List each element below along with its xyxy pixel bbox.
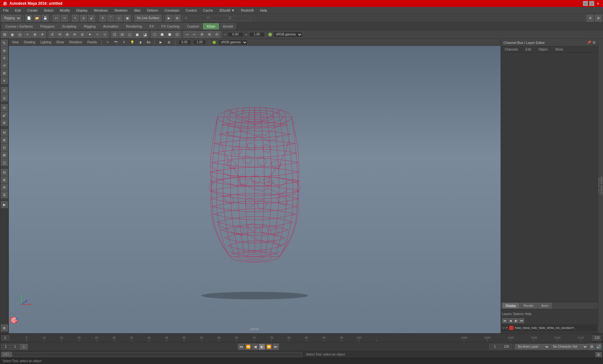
cb-tab-channels[interactable]: Channels: [502, 47, 520, 52]
timeline[interactable]: 5 10 15 20 25 30 35 40 45 50 5: [0, 333, 603, 342]
vp-grid-btn[interactable]: #: [121, 40, 127, 45]
layers-help-label[interactable]: Help: [525, 312, 531, 316]
snap-surface-btn[interactable]: ▣: [124, 15, 131, 22]
layout-btn[interactable]: ⊟: [1, 129, 8, 136]
ctx-icon-9[interactable]: ⊗: [64, 31, 71, 38]
layers-options-label[interactable]: Options: [513, 312, 524, 316]
menu-modify[interactable]: Modify: [58, 8, 71, 13]
quad-btn[interactable]: ⊞: [1, 136, 8, 143]
vph-shading[interactable]: Shading: [23, 40, 37, 45]
paint-select-btn[interactable]: ⊛: [1, 47, 8, 54]
layer-last-btn[interactable]: ⏭: [519, 318, 524, 323]
layer-first-btn[interactable]: ⏮: [502, 318, 507, 323]
vp-aa-btn[interactable]: Aa: [146, 40, 151, 45]
menu-display[interactable]: Display: [75, 8, 89, 13]
goto-start-btn[interactable]: ⏮: [238, 344, 244, 350]
menu-skin[interactable]: Skin: [133, 8, 142, 13]
tab-rigging[interactable]: Rigging: [80, 23, 99, 29]
snap-grid-btn[interactable]: #: [99, 15, 106, 22]
tab-custom[interactable]: Custom: [184, 23, 203, 29]
render-btn[interactable]: ▶: [166, 15, 172, 22]
last-used-btn[interactable]: ✕: [1, 77, 8, 84]
char-set-dropdown[interactable]: No Character Set: [550, 344, 588, 350]
ctx-icon-24[interactable]: ⤻: [183, 31, 190, 38]
minimize-button[interactable]: ─: [583, 1, 588, 6]
vp-gamma-select[interactable]: sRGB gamma: [218, 40, 247, 45]
ctx-icon-5[interactable]: ⊕: [31, 31, 38, 38]
vp-value-input2[interactable]: [193, 40, 206, 45]
rp-tab-anim[interactable]: Anim: [538, 303, 552, 308]
attr-editor-btn[interactable]: ⊞: [1, 176, 8, 183]
ctx-icon-6[interactable]: ✛: [39, 31, 46, 38]
select-tool-btn[interactable]: ↖: [72, 15, 79, 22]
vp-render-btn[interactable]: ▶: [158, 40, 164, 45]
ctx-icon-28[interactable]: ⟳: [214, 31, 220, 38]
menu-help[interactable]: Help: [259, 8, 269, 13]
menu-3dttoall[interactable]: 3DtoAll ▼: [218, 8, 236, 13]
timeline-end-display[interactable]: [592, 335, 602, 341]
vph-renderer[interactable]: Renderer: [68, 40, 84, 45]
tool-settings-label[interactable]: Tool Settings: [598, 175, 600, 197]
rp-tab-render[interactable]: Render: [520, 303, 537, 308]
cb-expand-btn[interactable]: ⊞: [593, 40, 595, 45]
ctx-icon-8[interactable]: ⟲: [56, 31, 63, 38]
step-back-btn[interactable]: ⏪: [245, 344, 251, 350]
undo-btn[interactable]: ↩: [53, 15, 60, 22]
close-button[interactable]: ✕: [595, 1, 600, 6]
vph-panels[interactable]: Panels: [86, 40, 98, 45]
ipr-btn[interactable]: ⊞: [174, 15, 181, 22]
vph-lighting[interactable]: Lighting: [39, 40, 52, 45]
live-surface-btn[interactable]: No Live Surface: [135, 15, 161, 22]
ctx-icon-14[interactable]: ✩: [101, 31, 108, 38]
range-end-input[interactable]: [501, 344, 512, 350]
workspace-dropdown[interactable]: Rigging: [1, 15, 21, 22]
paint-btn[interactable]: 🖌: [88, 15, 95, 22]
ctx-icon-12[interactable]: ✦: [86, 31, 93, 38]
tab-polygons[interactable]: Polygons: [37, 23, 58, 29]
ctx-icon-21[interactable]: ⬢: [159, 31, 166, 38]
menu-control[interactable]: Control: [184, 8, 198, 13]
ctx-icon-10[interactable]: ⟳: [71, 31, 78, 38]
menu-deform[interactable]: Deform: [146, 8, 160, 13]
viewport[interactable]: View Shading Lighting Show Renderer Pane…: [9, 39, 501, 333]
ctx-icon-23[interactable]: ⌬: [174, 31, 181, 38]
menu-skeleton[interactable]: Skeleton: [113, 8, 129, 13]
play-back-btn[interactable]: ◀: [252, 344, 258, 350]
lasso-select-btn[interactable]: ⊝: [1, 104, 8, 111]
range-slider-handle[interactable]: [513, 344, 514, 350]
save-file-btn[interactable]: 💾: [42, 15, 49, 22]
tab-fx[interactable]: FX: [146, 23, 157, 29]
anim-layer-dropdown[interactable]: No Anim Layer: [515, 344, 550, 350]
ctx-icon-17[interactable]: ◻: [126, 31, 133, 38]
front-btn[interactable]: ◫: [1, 159, 8, 166]
top-btn[interactable]: ⊠: [1, 152, 8, 158]
tab-xgen[interactable]: XGen: [203, 23, 219, 29]
mel-input[interactable]: [14, 352, 302, 357]
x-input[interactable]: [187, 16, 206, 21]
ctx-icon-7[interactable]: ↺: [49, 31, 56, 38]
anim-settings-btn[interactable]: ⚙: [589, 344, 595, 350]
play-forward-btn[interactable]: ▶: [259, 344, 265, 350]
y-input[interactable]: [210, 16, 229, 21]
vp-shadows-btn[interactable]: ◑: [138, 40, 143, 45]
ctx-icon-16[interactable]: ⊟: [119, 31, 126, 38]
layer-prev-btn[interactable]: ◀: [508, 318, 513, 323]
range-start-input[interactable]: [489, 344, 500, 350]
tab-rendering[interactable]: Rendering: [122, 23, 145, 29]
step-forward-btn[interactable]: ⏩: [266, 344, 272, 350]
settings-btn[interactable]: ⚙: [587, 15, 594, 22]
ctx-icon-15[interactable]: ⊡: [111, 31, 118, 38]
show-manip-btn[interactable]: ◎: [1, 94, 8, 101]
field-input-1[interactable]: [228, 32, 243, 37]
ctx-icon-18[interactable]: ◼: [134, 31, 141, 38]
menu-cache[interactable]: Cache: [202, 8, 214, 13]
tab-curves-surfaces[interactable]: Curves / Surfaces: [2, 23, 36, 29]
ctx-icon-11[interactable]: ⊘: [79, 31, 86, 38]
select-btn[interactable]: ↖: [1, 40, 8, 46]
ctx-icon-2[interactable]: ◉: [9, 31, 16, 38]
tab-fxcaching[interactable]: FX Caching: [158, 23, 183, 29]
z-input[interactable]: [232, 16, 251, 21]
ctx-icon-3[interactable]: ◎: [16, 31, 23, 38]
sub-frame-input[interactable]: [11, 344, 19, 350]
menu-constrain[interactable]: Constrain: [163, 8, 181, 13]
